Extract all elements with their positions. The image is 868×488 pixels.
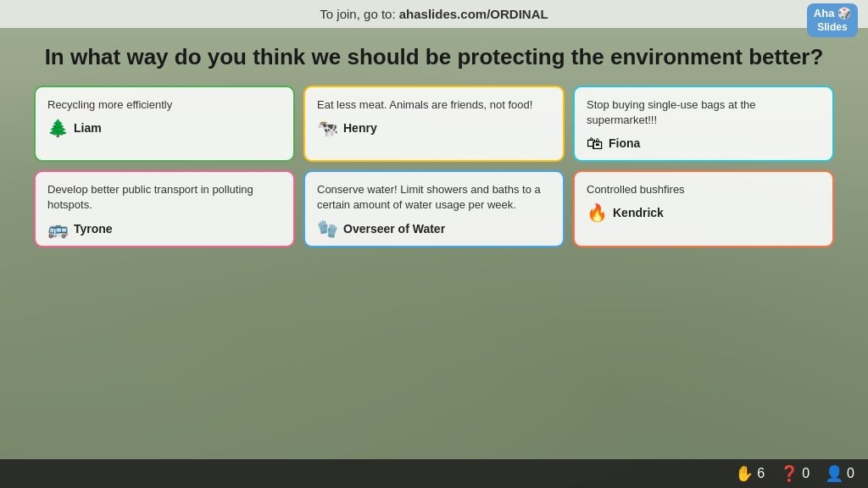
card-text-1: Recycling more efficiently [47,97,281,113]
footer-questions: ❓ 0 [780,464,810,483]
card-user-4: 🚌 Tyrone [47,220,281,237]
hands-count: 6 [757,466,765,481]
question-title: In what way do you think we should be pr… [25,28,843,86]
cards-grid: Recycling more efficiently 🌲 Liam Eat le… [25,86,843,247]
card-text-6: Controlled bushfires [587,182,821,197]
card-bushfires: Controlled bushfires 🔥 Kendrick [573,170,834,247]
card-user-6: 🔥 Kendrick [587,204,821,221]
question-icon: ❓ [780,464,798,483]
card-transport: Develop better public transport in pollu… [34,170,295,247]
card-meat: Eat less meat. Animals are friends, not … [303,86,565,162]
footer-people: 👤 0 [825,464,854,483]
card-text-2: Eat less meat. Animals are friends, not … [317,97,551,113]
card-recycling: Recycling more efficiently 🌲 Liam [34,86,295,162]
footer-hands: ✋ 6 [735,464,765,483]
card-name-1: Liam [74,121,102,135]
join-url: ahaslides.com/ORDINAL [399,7,548,21]
card-user-3: 🛍 Fiona [587,135,821,152]
card-icon-5: 🧤 [317,220,338,237]
card-bags: Stop buying single-use bags at the super… [573,86,834,162]
card-name-6: Kendrick [613,206,664,219]
card-user-5: 🧤 Overseer of Water [317,220,551,237]
card-name-4: Tyrone [74,222,113,236]
card-text-3: Stop buying single-use bags at the super… [587,97,821,128]
people-icon: 👤 [825,464,843,483]
card-user-2: 🐄 Henry [317,119,551,136]
hands-icon: ✋ [735,464,754,483]
card-water: Conserve water! Limit showers and baths … [303,170,565,247]
card-user-1: 🌲 Liam [47,119,281,136]
join-text: To join, go to: ahaslides.com/ORDINAL [14,7,854,21]
card-icon-6: 🔥 [587,204,608,221]
card-name-5: Overseer of Water [343,222,445,236]
footer-bar: ✋ 6 ❓ 0 👤 0 [0,459,868,488]
header-bar: To join, go to: ahaslides.com/ORDINAL Ah… [0,0,868,28]
card-name-3: Fiona [609,136,640,150]
logo-line1: Aha 🎲 [814,7,851,21]
card-icon-4: 🚌 [47,220,69,237]
question-count: 0 [802,466,810,481]
card-name-2: Henry [343,121,377,135]
main-content: In what way do you think we should be pr… [0,28,868,247]
join-prefix: To join, go to: [320,7,398,21]
card-icon-3: 🛍 [587,135,604,152]
card-text-4: Develop better public transport in pollu… [47,182,281,213]
card-text-5: Conserve water! Limit showers and baths … [317,182,551,213]
people-count: 0 [847,466,854,481]
card-icon-1: 🌲 [47,119,69,136]
card-icon-2: 🐄 [317,119,338,136]
